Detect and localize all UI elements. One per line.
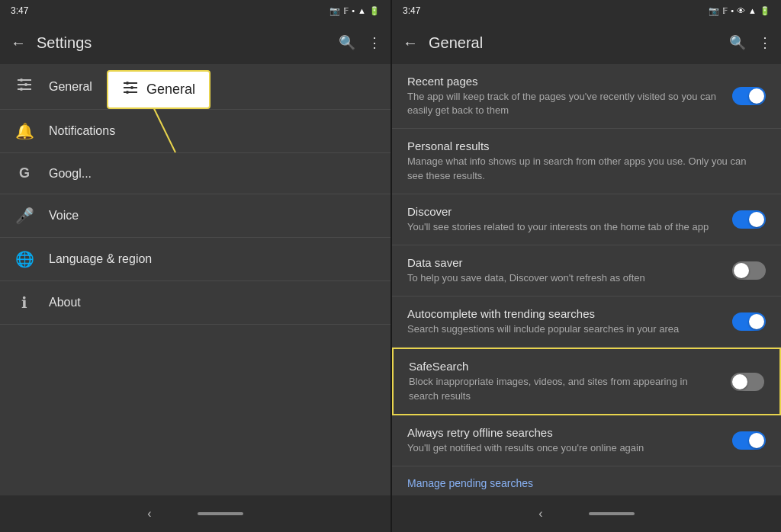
voice-label: Voice [49,209,79,223]
svg-rect-11 [126,91,129,94]
left-back-button[interactable]: ← [9,34,27,52]
personal-results-title: Personal results [407,139,754,152]
voice-icon: 🎤 [15,207,34,225]
about-icon: ℹ [15,293,34,312]
autocomplete-text: Autocomplete with trending searches Sear… [407,307,732,336]
svg-rect-4 [24,83,27,86]
right-top-bar-actions: 🔍 ⋮ [729,34,772,51]
left-status-bar: 3:47 📷 𝔽 • ▲ 🔋 [0,0,390,21]
right-panel: 3:47 📷 𝔽 • 👁 ▲ 🔋 ← General 🔍 ⋮ Recent pa… [390,0,781,532]
settings-item-about[interactable]: ℹ About [0,281,390,325]
safesearch-toggle-thumb [732,374,747,389]
right-back-nav[interactable]: ‹ [538,507,542,521]
left-top-bar-actions: 🔍 ⋮ [339,34,381,51]
retry-offline-toggle-thumb [749,433,764,448]
right-more-button[interactable]: ⋮ [758,34,772,51]
right-back-button[interactable]: ← [401,34,419,52]
data-saver-toggle[interactable] [732,261,766,280]
personal-results-text: Personal results Manage what info shows … [407,139,766,182]
left-status-time: 3:47 [11,5,28,16]
left-panel: 3:47 📷 𝔽 • ▲ 🔋 ← Settings 🔍 ⋮ [0,0,390,532]
right-home-indicator[interactable] [589,512,635,515]
retry-offline-desc: You'll get notified with results once yo… [407,441,720,455]
data-saver-desc: To help you save data, Discover won't re… [407,271,720,285]
general-item-recent-pages[interactable]: Recent pages The app will keep track of … [392,64,781,129]
dot-icon: • [352,6,355,15]
settings-item-notifications[interactable]: 🔔 Notifications [0,110,390,153]
left-back-nav[interactable]: ‹ [147,507,151,521]
language-label: Language & region [49,252,152,266]
safesearch-toggle[interactable] [731,373,764,391]
autocomplete-title: Autocomplete with trending searches [407,307,720,320]
left-top-bar-title: Settings [37,34,329,52]
autocomplete-toggle-thumb [749,314,764,329]
notifications-icon: 🔔 [15,122,34,140]
annotation-label: General [146,82,195,98]
discover-desc: You'll see stories related to your inter… [407,220,720,234]
recent-pages-toggle-thumb [749,88,764,104]
left-status-icons: 📷 𝔽 • ▲ 🔋 [329,6,380,16]
recent-pages-text: Recent pages The app will keep track of … [407,75,732,117]
safesearch-desc: Block inappropriate images, videos, and … [409,375,718,402]
discover-toggle[interactable] [732,210,766,229]
svg-rect-3 [20,79,23,82]
general-item-safesearch[interactable]: SafeSearch Block inappropriate images, v… [392,348,781,415]
left-bottom-nav: ‹ [0,495,390,532]
discover-text: Discover You'll see stories related to y… [407,205,732,234]
svg-rect-5 [20,88,23,91]
autocomplete-toggle[interactable] [732,312,766,331]
general-settings-icon [15,76,34,97]
language-icon: 🌐 [15,250,34,268]
general-item-autocomplete[interactable]: Autocomplete with trending searches Sear… [392,296,781,348]
personal-results-desc: Manage what info shows up in search from… [407,155,754,182]
data-saver-text: Data saver To help you save data, Discov… [407,256,732,285]
recent-pages-desc: The app will keep track of the pages you… [407,90,720,117]
right-eye-icon: 👁 [737,6,745,15]
general-item-personal-results[interactable]: Personal results Manage what info shows … [392,129,781,194]
general-item-data-saver[interactable]: Data saver To help you save data, Discov… [392,245,781,296]
wifi-icon: ▲ [358,6,366,15]
fb-icon: 𝔽 [343,6,349,16]
retry-offline-text: Always retry offline searches You'll get… [407,426,732,455]
data-saver-title: Data saver [407,256,720,269]
retry-offline-toggle[interactable] [732,431,766,450]
settings-item-google[interactable]: G Googl... [0,153,390,194]
right-wifi-icon: ▲ [748,6,757,15]
discover-toggle-thumb [749,212,764,227]
right-status-bar: 3:47 📷 𝔽 • 👁 ▲ 🔋 [392,0,781,21]
photo-icon: 📷 [329,6,340,16]
left-more-button[interactable]: ⋮ [368,34,381,51]
battery-icon: 🔋 [369,6,380,16]
left-settings-list: General 🔔 Notifications G Googl... 🎤 Voi… [0,64,390,495]
google-label: Googl... [49,167,92,181]
right-bottom-nav: ‹ [392,495,781,532]
svg-rect-10 [130,86,133,89]
retry-offline-title: Always retry offline searches [407,426,720,439]
safesearch-text: SafeSearch Block inappropriate images, v… [409,360,731,402]
general-settings-list: Recent pages The app will keep track of … [392,64,781,495]
general-item-discover[interactable]: Discover You'll see stories related to y… [392,194,781,245]
settings-item-language[interactable]: 🌐 Language & region [0,238,390,281]
data-saver-toggle-thumb [734,263,749,278]
google-icon: G [15,165,34,181]
discover-title: Discover [407,205,720,218]
about-label: About [49,296,81,309]
annotation-settings-icon [122,79,139,100]
right-top-bar: ← General 🔍 ⋮ [392,21,781,64]
recent-pages-title: Recent pages [407,75,720,88]
right-top-bar-title: General [429,34,720,52]
manage-pending-searches-link[interactable]: Manage pending searches [392,466,781,495]
left-search-button[interactable]: 🔍 [339,34,355,51]
right-search-button[interactable]: 🔍 [729,34,746,51]
right-fb-icon: 𝔽 [722,6,728,16]
right-status-time: 3:47 [403,5,420,16]
recent-pages-toggle[interactable] [732,87,766,105]
annotation-box: General [107,70,211,109]
general-label: General [49,80,92,94]
right-battery-icon: 🔋 [760,6,770,16]
settings-item-voice[interactable]: 🎤 Voice [0,194,390,238]
left-home-indicator[interactable] [198,512,243,515]
general-item-retry-offline[interactable]: Always retry offline searches You'll get… [392,415,781,466]
right-status-icons: 📷 𝔽 • 👁 ▲ 🔋 [709,6,770,16]
right-dot-icon: • [731,6,734,15]
